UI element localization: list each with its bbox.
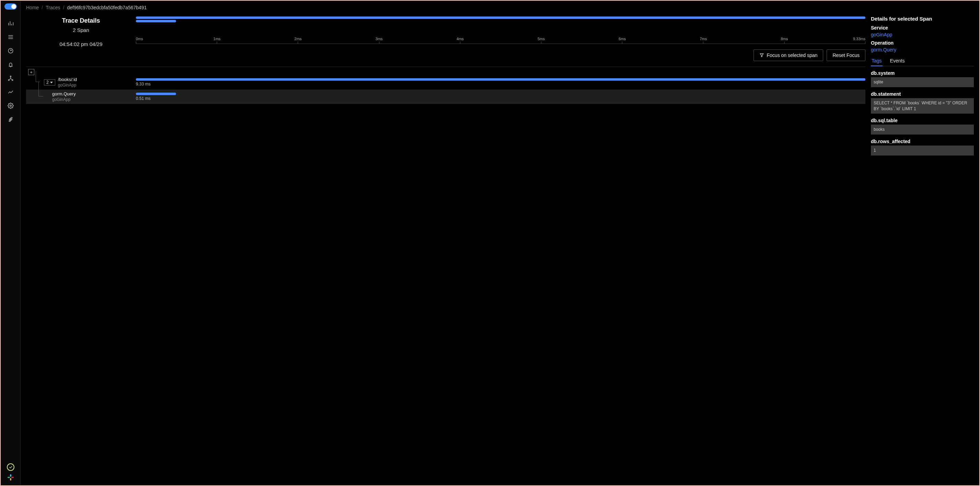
- trace-panel: Trace Details 2 Span 04:54:02 pm 04/29 0…: [26, 14, 865, 480]
- breadcrumb-sep: /: [63, 5, 65, 10]
- instrumentation-icon[interactable]: [4, 113, 18, 126]
- ruler-tick: 6ms: [619, 37, 626, 44]
- slack-icon[interactable]: [7, 474, 14, 481]
- span-duration: 0.51 ms: [136, 96, 865, 101]
- span-row[interactable]: gorm.Query goGinApp 0.51 ms: [26, 89, 865, 104]
- span-operation-name: /books/:id: [58, 77, 77, 83]
- tag-list: db.systemsqlitedb.statementSELECT * FROM…: [871, 70, 974, 156]
- svg-rect-6: [7, 477, 10, 478]
- traces-icon[interactable]: [4, 30, 18, 44]
- detail-service-label: Service: [871, 25, 974, 30]
- span-count: 2 Span: [26, 27, 136, 33]
- span-duration: 9.33 ms: [136, 82, 865, 86]
- ruler-tick: 2ms: [294, 37, 302, 44]
- detail-operation-label: Operation: [871, 40, 974, 46]
- trace-timestamp: 04:54:02 pm 04/29: [26, 41, 136, 47]
- tag-key: db.statement: [871, 91, 974, 97]
- detail-service-value[interactable]: goGinApp: [871, 32, 974, 37]
- service-map-icon[interactable]: [4, 72, 18, 85]
- sidebar: [1, 1, 21, 485]
- span-tree: + 2 /books/:id: [26, 67, 865, 104]
- reset-focus-button[interactable]: Reset Focus: [827, 49, 865, 61]
- tag-block: db.sql.tablebooks: [871, 118, 974, 135]
- tag-key: db.system: [871, 70, 974, 76]
- svg-rect-8: [11, 477, 13, 478]
- time-ruler: 0ms1ms2ms3ms4ms5ms6ms7ms8ms9.33ms: [136, 37, 865, 44]
- detail-heading: Details for selected Span: [871, 16, 974, 22]
- ruler-tick: 0ms: [136, 37, 143, 44]
- span-bar[interactable]: [136, 92, 176, 95]
- svg-point-4: [10, 105, 11, 107]
- detail-operation-value[interactable]: gorm.Query: [871, 47, 974, 53]
- usage-icon[interactable]: [4, 85, 18, 99]
- span-children-count: 2: [46, 80, 49, 85]
- settings-icon[interactable]: [4, 99, 18, 113]
- svg-point-1: [10, 76, 11, 77]
- tag-value: sqlite: [871, 77, 974, 87]
- trace-title: Trace Details: [26, 17, 136, 24]
- span-operation-name: gorm.Query: [52, 91, 76, 97]
- overview-bar-root: [136, 16, 865, 19]
- tab-tags[interactable]: Tags: [871, 56, 883, 66]
- ruler-tick: 1ms: [213, 37, 221, 44]
- svg-point-2: [8, 80, 9, 81]
- ruler-tick: 3ms: [375, 37, 383, 44]
- span-detail-panel: Details for selected Span Service goGinA…: [871, 14, 974, 480]
- tab-events[interactable]: Events: [889, 56, 905, 66]
- span-bar[interactable]: [136, 78, 865, 81]
- span-service-name: goGinApp: [52, 97, 76, 103]
- ruler-tick: 9.33ms: [853, 37, 865, 44]
- metrics-icon[interactable]: [4, 16, 18, 30]
- filter-icon: [759, 53, 764, 58]
- overview-bar-child: [136, 20, 176, 22]
- tag-key: db.rows_affected: [871, 139, 974, 144]
- chevron-down-icon: [50, 82, 53, 83]
- span-children-toggle[interactable]: 2: [44, 79, 55, 86]
- span-service-name: goGinApp: [58, 83, 77, 88]
- tag-block: db.systemsqlite: [871, 70, 974, 87]
- main: Home / Traces / def96fc97b3edcbfa50fedb7…: [21, 1, 979, 485]
- tag-value: 1: [871, 145, 974, 156]
- ruler-tick: 8ms: [781, 37, 788, 44]
- tag-block: db.rows_affected1: [871, 139, 974, 156]
- tag-value: books: [871, 124, 974, 135]
- svg-rect-7: [10, 478, 11, 481]
- dashboard-icon[interactable]: [4, 44, 18, 58]
- breadcrumb-home[interactable]: Home: [26, 5, 39, 10]
- breadcrumb-traces[interactable]: Traces: [46, 5, 60, 10]
- alerts-icon[interactable]: [4, 58, 18, 72]
- ruler-tick: 7ms: [700, 37, 707, 44]
- tag-key: db.sql.table: [871, 118, 974, 123]
- status-ok-icon[interactable]: [7, 463, 14, 471]
- ruler-tick: 5ms: [538, 37, 545, 44]
- tag-value: SELECT * FROM `books` WHERE id = "3" ORD…: [871, 98, 974, 114]
- breadcrumb-current: def96fc97b3edcbfa50fedb7a567b491: [67, 5, 146, 10]
- focus-selected-label: Focus on selected span: [767, 53, 818, 58]
- expand-all-button[interactable]: +: [28, 69, 34, 75]
- overview-minimap[interactable]: [136, 16, 865, 23]
- theme-toggle[interactable]: [5, 3, 17, 10]
- svg-rect-5: [10, 474, 11, 477]
- focus-selected-button[interactable]: Focus on selected span: [754, 49, 824, 61]
- svg-point-3: [12, 80, 13, 81]
- tag-block: db.statementSELECT * FROM `books` WHERE …: [871, 91, 974, 114]
- reset-focus-label: Reset Focus: [832, 53, 859, 58]
- detail-tabs: Tags Events: [871, 56, 974, 66]
- breadcrumb-sep: /: [41, 5, 43, 10]
- span-row[interactable]: 2 /books/:id goGinApp 9.33 ms: [26, 75, 865, 89]
- breadcrumb: Home / Traces / def96fc97b3edcbfa50fedb7…: [21, 1, 979, 14]
- ruler-tick: 4ms: [457, 37, 464, 44]
